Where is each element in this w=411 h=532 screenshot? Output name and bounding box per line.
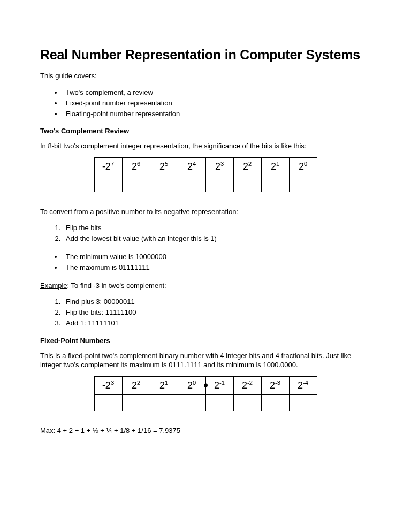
table-cell: [150, 176, 178, 192]
section2-intro: This is a fixed-point two's complement b…: [40, 351, 371, 370]
table-cell: [94, 176, 122, 192]
table-cell: -27: [94, 157, 122, 176]
section2-head: Fixed-Point Numbers: [40, 337, 371, 345]
table-cell: [233, 394, 261, 411]
table-cell: 21: [261, 157, 289, 176]
intro-text: This guide covers:: [40, 71, 371, 81]
list-item: Find plus 3: 00000011: [63, 297, 371, 307]
max-line: Max: 4 + 2 + 1 + ½ + ¼ + 1/8 + 1/16 = 7.…: [40, 426, 371, 436]
table-cell: 24: [178, 157, 206, 176]
list-item: Floating-point number representation: [63, 109, 371, 119]
table-cell: [289, 176, 317, 192]
conv-intro: To convert from a positive number to its…: [40, 207, 371, 217]
table-cell: [261, 394, 289, 411]
example-label: Example: [40, 282, 67, 290]
table-cell: [233, 176, 261, 192]
table-cell: [289, 394, 317, 411]
page-title: Real Number Representation in Computer S…: [40, 47, 371, 63]
table-cell: [178, 394, 206, 411]
table-cell: -23: [94, 376, 122, 394]
table-cell: [206, 394, 233, 411]
table-cell: 22: [122, 376, 150, 394]
list-item: The minimum value is 10000000: [63, 252, 371, 262]
table-cell: [150, 394, 178, 411]
minmax-list: The minimum value is 10000000 The maximu…: [40, 252, 371, 273]
table-cell: 22: [233, 157, 261, 176]
table-cell: 2-4: [289, 376, 317, 394]
table-cell: 26: [122, 157, 150, 176]
table-cell: 20: [289, 157, 317, 176]
table-cell: 21: [150, 376, 178, 394]
bits-table-fixedpoint: -23 22 21 20 2-1 2-2 2-3 2-4: [94, 376, 317, 411]
section1-intro: In 8-bit two's complement integer repres…: [40, 141, 371, 151]
table-cell: 2-2: [233, 376, 261, 394]
list-item: Fixed-point number representation: [63, 98, 371, 109]
list-item: Flip the bits: 11111100: [63, 307, 371, 318]
bits-table-8bit: -27 26 25 24 23 22 21 20: [94, 157, 317, 192]
table-cell: 2-3: [261, 376, 289, 394]
table-cell: [94, 394, 122, 411]
table-cell: 20: [178, 376, 206, 394]
radix-point-icon: [204, 384, 208, 387]
table-cell: [178, 176, 206, 192]
table-cell: 2-1: [206, 376, 233, 394]
table-cell: [261, 176, 289, 192]
list-item: Add 1: 11111101: [63, 318, 371, 329]
list-item: Flip the bits: [63, 223, 371, 233]
list-item: Two's complement, a review: [63, 87, 371, 98]
table-cell: [122, 394, 150, 411]
example-rest: : To find -3 in two's complement:: [67, 282, 166, 290]
conv-steps: Flip the bits Add the lowest bit value (…: [40, 223, 371, 244]
table-cell: [206, 176, 233, 192]
example-line: Example: To find -3 in two's complement:: [40, 281, 371, 291]
table-cell: 25: [150, 157, 178, 176]
list-item: Add the lowest bit value (with an intege…: [63, 233, 371, 244]
section1-head: Two's Complement Review: [40, 127, 371, 135]
table-cell: [122, 176, 150, 192]
list-item: The maximum is 01111111: [63, 262, 371, 273]
example-steps: Find plus 3: 00000011 Flip the bits: 111…: [40, 297, 371, 329]
topics-list: Two's complement, a review Fixed-point n…: [40, 87, 371, 119]
table-cell: 23: [206, 157, 233, 176]
